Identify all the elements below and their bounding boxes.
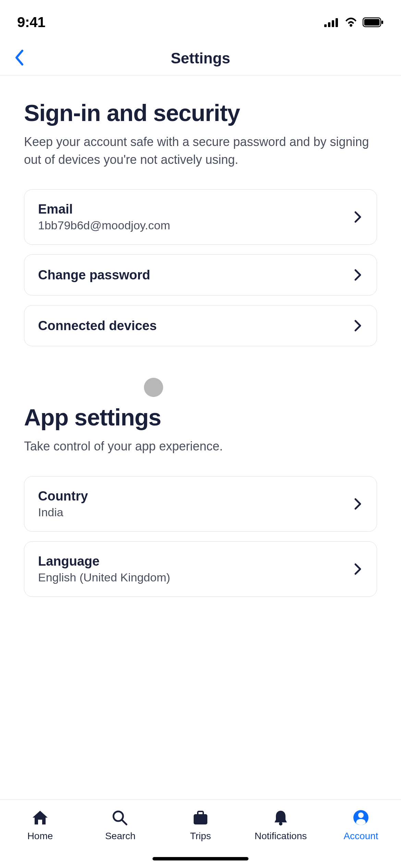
briefcase-icon bbox=[192, 809, 209, 826]
bell-icon bbox=[272, 809, 290, 826]
app-settings-title: App settings bbox=[24, 404, 377, 431]
tab-account[interactable]: Account bbox=[321, 809, 401, 842]
email-value: 1bb79b6d@moodjoy.com bbox=[38, 219, 170, 232]
security-section-subtitle: Keep your account safe with a secure pas… bbox=[24, 133, 377, 169]
chevron-right-icon bbox=[353, 497, 363, 511]
battery-icon bbox=[363, 17, 384, 27]
email-label: Email bbox=[38, 202, 170, 217]
chevron-right-icon bbox=[353, 562, 363, 576]
status-time: 9:41 bbox=[17, 14, 45, 31]
language-row[interactable]: Language English (United Kingdom) bbox=[24, 541, 377, 597]
connected-devices-label: Connected devices bbox=[38, 318, 157, 333]
svg-rect-6 bbox=[381, 21, 383, 24]
security-section-title: Sign-in and security bbox=[24, 99, 377, 126]
language-label: Language bbox=[38, 554, 170, 569]
svg-line-8 bbox=[122, 820, 126, 824]
chevron-right-icon bbox=[353, 319, 363, 333]
touch-indicator bbox=[144, 378, 163, 397]
svg-point-13 bbox=[358, 812, 364, 818]
svg-rect-10 bbox=[194, 814, 207, 824]
language-value: English (United Kingdom) bbox=[38, 571, 170, 584]
search-icon bbox=[111, 809, 129, 826]
tab-search[interactable]: Search bbox=[80, 809, 160, 842]
security-section: Sign-in and security Keep your account s… bbox=[24, 99, 377, 346]
nav-header: Settings bbox=[0, 41, 401, 75]
change-password-row[interactable]: Change password bbox=[24, 254, 377, 296]
back-button[interactable] bbox=[7, 42, 32, 74]
page-title: Settings bbox=[171, 50, 230, 67]
chevron-left-icon bbox=[14, 49, 25, 66]
change-password-label: Change password bbox=[38, 268, 150, 282]
app-settings-section: App settings Take control of your app ex… bbox=[24, 404, 377, 596]
content: Sign-in and security Keep your account s… bbox=[0, 75, 401, 597]
svg-rect-1 bbox=[328, 22, 330, 27]
svg-rect-5 bbox=[364, 19, 380, 26]
svg-rect-0 bbox=[324, 24, 327, 27]
tab-trips[interactable]: Trips bbox=[160, 809, 241, 842]
tab-trips-label: Trips bbox=[190, 831, 211, 842]
app-settings-subtitle: Take control of your app experience. bbox=[24, 437, 377, 455]
svg-rect-2 bbox=[332, 20, 334, 27]
status-bar: 9:41 bbox=[0, 0, 401, 41]
wifi-icon bbox=[344, 17, 358, 27]
status-icons bbox=[324, 17, 384, 27]
tab-account-label: Account bbox=[343, 831, 378, 842]
country-value: India bbox=[38, 506, 88, 519]
chevron-right-icon bbox=[353, 210, 363, 224]
tab-home-label: Home bbox=[27, 831, 53, 842]
account-icon bbox=[352, 809, 370, 826]
tab-home[interactable]: Home bbox=[0, 809, 80, 842]
svg-rect-3 bbox=[336, 18, 338, 27]
svg-point-11 bbox=[279, 822, 282, 825]
connected-devices-row[interactable]: Connected devices bbox=[24, 305, 377, 346]
tab-notifications-label: Notifications bbox=[255, 831, 307, 842]
email-row[interactable]: Email 1bb79b6d@moodjoy.com bbox=[24, 189, 377, 245]
country-label: Country bbox=[38, 489, 88, 504]
home-icon bbox=[31, 809, 49, 826]
tab-notifications[interactable]: Notifications bbox=[241, 809, 321, 842]
country-row[interactable]: Country India bbox=[24, 476, 377, 532]
tab-search-label: Search bbox=[105, 831, 136, 842]
cellular-icon bbox=[324, 17, 339, 27]
chevron-right-icon bbox=[353, 268, 363, 282]
home-indicator[interactable] bbox=[153, 857, 248, 860]
